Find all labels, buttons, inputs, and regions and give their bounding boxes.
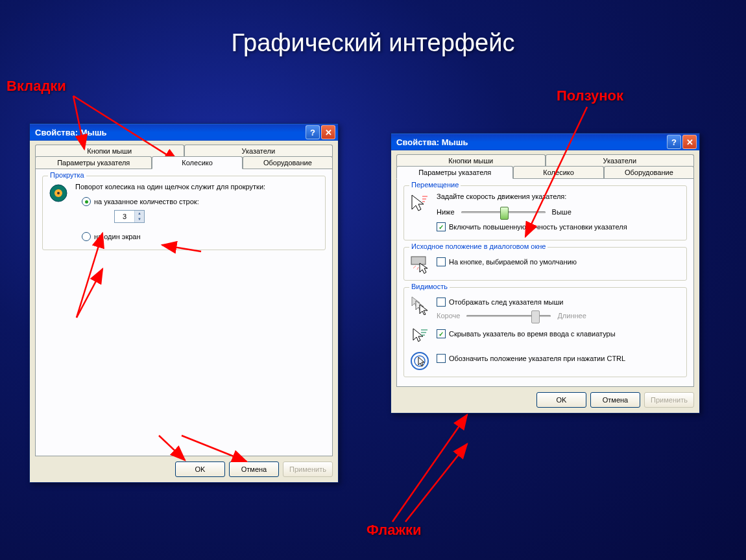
titlebar[interactable]: Свойства: Мышь ? ✕ — [391, 134, 699, 150]
tab-pointers[interactable]: Указатели — [184, 145, 333, 157]
ok-button[interactable]: OK — [175, 461, 225, 477]
radio-screen[interactable] — [82, 232, 91, 241]
radio-screen-label: на один экран — [94, 233, 141, 240]
help-button[interactable]: ? — [306, 125, 320, 139]
check-precision[interactable]: ✓ — [437, 222, 446, 231]
ctrl-locate-icon — [409, 351, 430, 371]
apply-button[interactable]: Применить — [644, 392, 694, 408]
radio-lines[interactable] — [82, 197, 91, 206]
check-ctrl-label: Обозначить положение указателя при нажат… — [449, 355, 625, 362]
check-trail[interactable] — [437, 298, 446, 307]
cancel-button[interactable]: Отмена — [590, 392, 640, 408]
group-home-title: Исходное положение в диалоговом окне — [409, 242, 547, 250]
close-button[interactable]: ✕ — [321, 125, 335, 139]
svg-point-2 — [57, 192, 60, 194]
svg-line-15 — [405, 444, 467, 522]
spinner-up[interactable]: ▲ — [135, 211, 144, 216]
scroll-desc: Поворот колесика на один щелчок служит д… — [75, 183, 320, 191]
tab-wheel[interactable]: Колесико — [152, 156, 242, 169]
annotation-slider: Ползунок — [557, 88, 623, 104]
check-hide-typing[interactable]: ✓ — [437, 329, 446, 338]
slider-high-label: Выше — [552, 208, 572, 216]
titlebar[interactable]: Свойства: Мышь ? ✕ — [30, 124, 338, 141]
hide-cursor-icon — [409, 326, 430, 347]
check-ctrl-locate[interactable] — [437, 354, 446, 363]
apply-button[interactable]: Применить — [283, 461, 333, 477]
default-button-icon — [409, 254, 430, 275]
dialog-mouse-pointer: Свойства: Мышь ? ✕ Кнопки мыши Указатели… — [391, 133, 700, 414]
tab-wheel[interactable]: Колесико — [513, 166, 603, 178]
tab-hardware[interactable]: Оборудование — [604, 166, 694, 178]
annotation-checks: Флажки — [367, 522, 422, 539]
wheel-icon — [48, 183, 69, 204]
tab-pointer-options[interactable]: Параметры указателя — [396, 166, 513, 179]
slide-title: Графический интерфейс — [0, 0, 746, 57]
group-move-title: Перемещение — [409, 181, 461, 189]
check-precision-label: Включить повышенную точность установки у… — [449, 223, 627, 231]
radio-lines-label: на указанное количество строк: — [94, 198, 199, 205]
trail-slider — [466, 315, 551, 317]
tab-buttons[interactable]: Кнопки мыши — [396, 154, 546, 167]
help-button[interactable]: ? — [667, 135, 681, 149]
cursor-speed-icon — [409, 192, 430, 213]
slider-thumb[interactable] — [500, 207, 509, 220]
annotation-tabs: Вкладки — [6, 78, 66, 95]
titlebar-text: Свойства: Мышь — [35, 128, 304, 137]
tab-pointer-options[interactable]: Параметры указателя — [35, 156, 152, 169]
trail-long-label: Длиннее — [557, 312, 586, 320]
cancel-button[interactable]: Отмена — [229, 461, 279, 477]
check-default-button[interactable] — [437, 257, 446, 266]
speed-slider[interactable] — [461, 211, 546, 213]
group-visibility-title: Видимость — [409, 283, 450, 290]
ok-button[interactable]: OK — [536, 392, 586, 408]
tab-hardware[interactable]: Оборудование — [243, 156, 333, 169]
slider-low-label: Ниже — [437, 208, 455, 216]
check-trail-label: Отображать след указателя мыши — [449, 298, 563, 306]
move-desc: Задайте скорость движения указателя: — [437, 192, 681, 200]
group-scroll-title: Прокрутка — [48, 171, 86, 179]
slider-thumb — [531, 310, 540, 323]
dialog-mouse-wheel: Свойства: Мышь ? ✕ Кнопки мыши Указатели… — [29, 123, 339, 483]
trail-icon — [409, 294, 430, 315]
spinner-value: 3 — [115, 211, 134, 222]
check-default-label: На кнопке, выбираемой по умолчанию — [449, 258, 577, 266]
spinner-down[interactable]: ▼ — [135, 216, 144, 222]
check-hide-label: Скрывать указатель во время ввода с клав… — [449, 330, 616, 338]
svg-rect-3 — [411, 257, 426, 264]
titlebar-text: Свойства: Мышь — [396, 137, 666, 147]
tab-pointers[interactable]: Указатели — [546, 154, 695, 167]
close-button[interactable]: ✕ — [682, 135, 697, 149]
trail-short-label: Короче — [437, 312, 460, 320]
tab-buttons[interactable]: Кнопки мыши — [35, 145, 184, 157]
svg-line-14 — [392, 415, 467, 522]
lines-spinner[interactable]: 3 ▲ ▼ — [114, 210, 145, 223]
